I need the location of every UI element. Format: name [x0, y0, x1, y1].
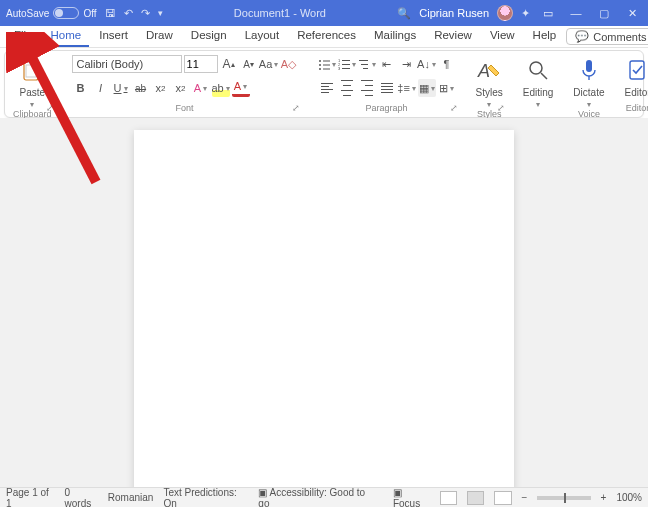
underline-button[interactable]: U	[112, 79, 130, 97]
tab-file[interactable]: File	[6, 26, 41, 47]
autosave-state: Off	[83, 8, 96, 19]
line-spacing-button[interactable]: ‡≡	[398, 79, 416, 97]
save-icon[interactable]: 🖫	[105, 7, 116, 19]
font-color-button[interactable]: A	[232, 79, 250, 97]
status-text-predictions[interactable]: Text Predictions: On	[163, 487, 248, 508]
document-title: Document1 - Word	[169, 7, 392, 19]
styles-btn-label: Styles	[476, 87, 503, 98]
comments-button[interactable]: 💬 Comments	[566, 28, 648, 45]
subscript-button[interactable]: x2	[152, 79, 170, 97]
view-print-layout[interactable]	[467, 491, 484, 505]
increase-indent-button[interactable]: ⇥	[398, 55, 416, 73]
strikethrough-button[interactable]: ab	[132, 79, 150, 97]
bullets-button[interactable]	[318, 55, 336, 73]
tab-help[interactable]: Help	[525, 26, 565, 47]
clipboard-launcher-icon[interactable]: ⤢	[46, 103, 54, 113]
undo-icon[interactable]: ↶	[124, 7, 133, 20]
minimize-button[interactable]: —	[566, 3, 586, 23]
sort-button[interactable]: A↓	[418, 55, 436, 73]
tab-layout[interactable]: Layout	[237, 26, 288, 47]
find-icon	[527, 55, 549, 85]
font-group-label: Font	[176, 103, 194, 113]
tab-draw[interactable]: Draw	[138, 26, 181, 47]
justify-button[interactable]	[378, 79, 396, 97]
paste-label: Paste	[19, 87, 45, 98]
zoom-level[interactable]: 100%	[616, 492, 642, 503]
zoom-slider[interactable]	[537, 496, 590, 500]
app-window: AutoSave Off 🖫 ↶ ↷ ▾ Document1 - Word 🔍 …	[0, 0, 648, 507]
statusbar: Page 1 of 1 0 words Romanian Text Predic…	[0, 487, 648, 507]
highlight-button[interactable]: ab	[212, 79, 230, 97]
text-effects-button[interactable]: A	[192, 79, 210, 97]
focus-label: Focus	[393, 498, 420, 508]
dictate-label: Dictate	[573, 87, 604, 98]
svg-point-7	[319, 68, 321, 70]
styles-button[interactable]: A Styles▾	[476, 55, 503, 109]
grow-font-button[interactable]: A▴	[220, 55, 238, 73]
view-web-layout[interactable]	[494, 491, 511, 505]
show-marks-button[interactable]: ¶	[438, 55, 456, 73]
qat-dropdown-icon[interactable]: ▾	[158, 8, 163, 18]
svg-text:3: 3	[338, 66, 341, 70]
tab-references[interactable]: References	[289, 26, 364, 47]
status-accessibility[interactable]: ▣ Accessibility: Good to go	[258, 487, 373, 508]
status-words[interactable]: 0 words	[65, 487, 98, 508]
status-language[interactable]: Romanian	[108, 492, 154, 503]
multilevel-button[interactable]	[358, 55, 376, 73]
tab-home[interactable]: Home	[43, 26, 90, 47]
tab-review[interactable]: Review	[426, 26, 480, 47]
shrink-font-button[interactable]: A▾	[240, 55, 258, 73]
tab-design[interactable]: Design	[183, 26, 235, 47]
view-read-mode[interactable]	[440, 491, 457, 505]
tab-view[interactable]: View	[482, 26, 523, 47]
paragraph-group-label: Paragraph	[366, 103, 408, 113]
titlebar: AutoSave Off 🖫 ↶ ↷ ▾ Document1 - Word 🔍 …	[0, 0, 648, 26]
autosave-switch[interactable]	[53, 7, 79, 19]
tab-mailings[interactable]: Mailings	[366, 26, 424, 47]
bold-button[interactable]: B	[72, 79, 90, 97]
superscript-button[interactable]: x2	[172, 79, 190, 97]
align-center-button[interactable]	[338, 79, 356, 97]
paragraph-launcher-icon[interactable]: ⤢	[450, 103, 458, 113]
document-workspace[interactable]	[0, 118, 648, 487]
ribbon-display-icon[interactable]: ▭	[538, 3, 558, 23]
change-case-button[interactable]: Aa	[260, 55, 278, 73]
svg-rect-15	[359, 60, 368, 61]
premium-icon[interactable]: ✦	[521, 7, 530, 20]
maximize-button[interactable]: ▢	[594, 3, 614, 23]
avatar[interactable]	[497, 5, 513, 21]
font-name-select[interactable]	[72, 55, 182, 73]
font-size-select[interactable]	[184, 55, 218, 73]
close-button[interactable]: ✕	[622, 3, 642, 23]
paste-button[interactable]: Paste ▾	[19, 55, 45, 109]
styles-launcher-icon[interactable]: ⤢	[497, 103, 505, 113]
search-icon[interactable]: 🔍	[397, 7, 411, 20]
decrease-indent-button[interactable]: ⇤	[378, 55, 396, 73]
editing-button[interactable]: Editing▾	[523, 55, 554, 109]
align-right-button[interactable]	[358, 79, 376, 97]
status-page[interactable]: Page 1 of 1	[6, 487, 55, 508]
svg-point-19	[530, 62, 542, 74]
svg-rect-12	[342, 64, 350, 65]
comments-label: Comments	[593, 31, 646, 43]
redo-icon[interactable]: ↷	[141, 7, 150, 20]
svg-rect-23	[630, 61, 644, 79]
svg-line-20	[541, 73, 547, 79]
borders-button[interactable]: ⊞	[438, 79, 456, 97]
tab-insert[interactable]: Insert	[91, 26, 136, 47]
document-page[interactable]	[134, 130, 514, 487]
svg-rect-17	[363, 68, 368, 69]
numbering-button[interactable]: 123	[338, 55, 356, 73]
autosave-toggle[interactable]: AutoSave Off	[6, 7, 97, 19]
clear-formatting-button[interactable]: A◇	[280, 55, 298, 73]
italic-button[interactable]: I	[92, 79, 110, 97]
zoom-in-button[interactable]: +	[601, 492, 607, 503]
shading-button[interactable]: ▦	[418, 79, 436, 97]
focus-mode-button[interactable]: ▣ Focus	[393, 487, 430, 508]
font-launcher-icon[interactable]: ⤢	[292, 103, 300, 113]
zoom-out-button[interactable]: −	[522, 492, 528, 503]
align-left-button[interactable]	[318, 79, 336, 97]
dictate-button[interactable]: Dictate▾	[573, 55, 604, 109]
editor-button[interactable]: Editor	[624, 55, 648, 98]
editor-label: Editor	[624, 87, 648, 98]
